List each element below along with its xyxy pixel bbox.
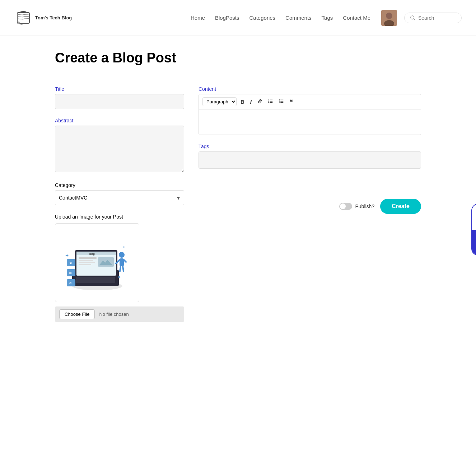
- navbar: Tom's Tech Blog Home BlogPosts Categorie…: [0, 0, 476, 36]
- nav-blogposts[interactable]: BlogPosts: [215, 15, 239, 21]
- nav-tags[interactable]: Tags: [322, 15, 333, 21]
- logo-icon: [14, 9, 32, 27]
- italic-button[interactable]: I: [248, 98, 253, 106]
- bold-button[interactable]: B: [239, 98, 246, 106]
- svg-rect-12: [76, 252, 116, 255]
- svg-rect-14: [79, 257, 97, 259]
- svg-rect-17: [79, 264, 91, 265]
- rich-text-editor: Paragraph Heading 1 Heading 2 B I: [199, 94, 421, 135]
- create-post-form: Title Abstract Category ContactMVC Techn…: [55, 86, 421, 331]
- search-input[interactable]: [418, 15, 454, 21]
- svg-line-23: [120, 266, 121, 271]
- svg-point-38: [268, 102, 269, 103]
- tags-label: Tags: [199, 144, 421, 149]
- abstract-field-group: Abstract: [55, 118, 184, 174]
- nav-comments[interactable]: Comments: [285, 15, 312, 21]
- nav-home[interactable]: Home: [191, 15, 205, 21]
- nav-links: Home BlogPosts Categories Comments Tags …: [191, 15, 370, 21]
- abstract-input[interactable]: [55, 126, 184, 172]
- svg-text:blog: blog: [89, 253, 95, 256]
- svg-text:3.: 3.: [279, 101, 280, 103]
- create-button[interactable]: Create: [380, 199, 421, 214]
- nav-contact[interactable]: Contact Me: [343, 15, 370, 21]
- upload-field-group: Upload an Image for your Post: [55, 214, 184, 322]
- svg-point-19: [119, 252, 125, 258]
- no-file-text: No file chosen: [99, 312, 129, 317]
- svg-line-22: [124, 260, 126, 262]
- site-logo[interactable]: Tom's Tech Blog: [14, 9, 72, 27]
- title-input[interactable]: [55, 94, 184, 109]
- svg-point-3: [386, 13, 392, 19]
- svg-point-34: [268, 99, 269, 100]
- site-name: Tom's Tech Blog: [35, 15, 72, 20]
- bottom-bar: Publish? Create: [199, 199, 421, 214]
- theme-toggle[interactable]: LIGHT DARK: [471, 203, 476, 256]
- dark-mode-option[interactable]: DARK: [472, 230, 476, 255]
- tags-field-group: Tags: [199, 144, 421, 169]
- svg-text:✦: ✦: [117, 274, 121, 280]
- publish-label: Publish?: [355, 203, 374, 209]
- light-mode-option[interactable]: LIGHT: [472, 204, 476, 230]
- category-select-wrapper: ContactMVC Technology Programming Design: [55, 190, 184, 205]
- file-input-row: Choose File No file chosen: [55, 306, 184, 322]
- abstract-label: Abstract: [55, 118, 184, 123]
- ordered-list-button[interactable]: 1. 2. 3.: [277, 98, 286, 106]
- content-field-group: Content Paragraph Heading 1 Heading 2 B …: [199, 86, 421, 135]
- unordered-list-button[interactable]: [266, 98, 275, 106]
- page-title: Create a Blog Post: [55, 50, 421, 66]
- nav-categories[interactable]: Categories: [249, 15, 276, 21]
- svg-text:✉: ✉: [69, 281, 72, 285]
- svg-text:★: ★: [69, 261, 73, 265]
- divider: [55, 73, 421, 73]
- svg-text:✦: ✦: [122, 245, 125, 249]
- link-button[interactable]: [256, 98, 264, 106]
- paragraph-select[interactable]: Paragraph Heading 1 Heading 2: [202, 97, 237, 106]
- right-column: Content Paragraph Heading 1 Heading 2 B …: [199, 86, 421, 331]
- upload-label: Upload an Image for your Post: [55, 214, 184, 220]
- main-content: Create a Blog Post Title Abstract Catego…: [41, 36, 435, 359]
- svg-line-24: [123, 266, 123, 271]
- publish-toggle-switch[interactable]: [339, 203, 352, 210]
- image-preview-box: blog: [55, 223, 139, 302]
- avatar[interactable]: [381, 10, 397, 26]
- category-label: Category: [55, 182, 184, 188]
- left-column: Title Abstract Category ContactMVC Techn…: [55, 86, 184, 331]
- tags-input[interactable]: [199, 151, 421, 169]
- editor-toolbar: Paragraph Heading 1 Heading 2 B I: [199, 94, 421, 109]
- blockquote-button[interactable]: ❝: [288, 98, 294, 106]
- publish-toggle-group: Publish?: [339, 203, 374, 210]
- title-label: Title: [55, 86, 184, 92]
- category-field-group: Category ContactMVC Technology Programmi…: [55, 182, 184, 205]
- svg-rect-15: [79, 260, 93, 261]
- search-box[interactable]: [404, 13, 462, 23]
- svg-line-6: [414, 19, 415, 20]
- svg-text:✦: ✦: [65, 253, 69, 258]
- title-field-group: Title: [55, 86, 184, 109]
- category-select[interactable]: ContactMVC Technology Programming Design: [55, 190, 184, 205]
- editor-content-area[interactable]: [199, 109, 421, 135]
- blog-illustration: blog: [61, 230, 133, 295]
- search-icon: [410, 15, 415, 20]
- content-label: Content: [199, 86, 421, 92]
- svg-text:⊕: ⊕: [69, 271, 72, 275]
- choose-file-button[interactable]: Choose File: [59, 309, 95, 319]
- svg-rect-16: [79, 262, 95, 263]
- svg-point-36: [268, 101, 269, 102]
